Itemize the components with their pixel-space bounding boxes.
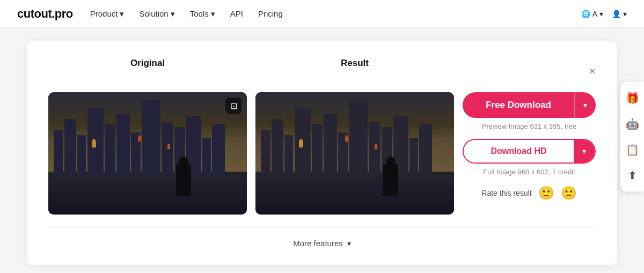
gift-button[interactable]: 🎁 [620,86,644,110]
floating-sidebar: 🎁 🤖 📋 ⬆ [620,82,644,191]
result-label: Result [255,58,454,69]
product-chevron-icon: ▾ [120,9,124,19]
rate-section: Rate this result 🙂 🙁 [463,187,596,200]
nav-tools[interactable]: Tools ▾ [190,9,215,19]
full-image-info: Full Image 960 x 602, 1 credit [463,168,596,176]
comparison-body: ⊡ [48,92,596,215]
nav-api[interactable]: API [230,9,243,18]
result-ground-bg [255,175,454,215]
nav-right: 🌐 A ▾ 👤 ▾ [581,10,627,18]
result-buildings [255,129,454,178]
ground-bg [48,175,247,215]
download-hd-chevron-icon: ▾ [582,147,586,156]
user-icon: 👤 [612,10,621,18]
thumbs-down-icon[interactable]: 🙁 [561,187,577,200]
more-features-chevron-icon: ▾ [347,239,351,248]
language-icon: 🌐 [581,10,590,18]
thumbs-up-icon[interactable]: 🙂 [538,187,554,200]
language-chevron-icon: ▾ [599,10,603,18]
download-hd-button[interactable]: Download HD [464,140,574,163]
close-button[interactable]: × [589,65,596,77]
nav-links: Product ▾ Solution ▾ Tools ▾ API Pricing [90,9,564,19]
main-content: Original Result × [0,28,644,273]
result-fire-3 [375,144,377,149]
more-features-label: More features [293,239,343,248]
user-chevron-icon: ▾ [623,10,627,18]
language-switcher[interactable]: 🌐 A ▾ [581,10,603,18]
tools-chevron-icon: ▾ [211,9,215,19]
avatar-icon: 🤖 [626,117,639,130]
alert-button[interactable]: 📋 [620,138,644,161]
download-hd-dropdown-button[interactable]: ▾ [574,140,595,163]
result-panel: Free Download ▾ Preview Image 631 x 395,… [463,92,596,200]
result-scene [255,92,454,215]
crop-icon[interactable]: ⊡ [225,98,241,114]
preview-info: Preview Image 631 x 395, free [463,122,596,130]
figure [176,164,191,196]
result-image [255,92,454,215]
free-download-button-group: Free Download ▾ [463,92,596,118]
free-download-chevron-icon: ▾ [583,101,587,109]
rate-label: Rate this result [481,189,531,197]
alert-icon: 📋 [626,143,639,156]
nav-solution[interactable]: Solution ▾ [139,9,174,19]
original-scene [48,92,247,215]
upload-button[interactable]: ⬆ [620,164,644,187]
avatar-button[interactable]: 🤖 [620,112,644,136]
result-figure [383,164,398,196]
solution-chevron-icon: ▾ [171,9,175,19]
gift-icon: 🎁 [626,92,639,105]
buildings [48,129,247,178]
user-menu[interactable]: 👤 ▾ [612,10,627,18]
free-download-dropdown-button[interactable]: ▾ [574,92,596,118]
original-image: ⊡ [48,92,247,215]
fire-2 [138,135,141,142]
download-hd-button-group: Download HD ▾ [463,139,596,164]
original-label: Original [48,58,247,69]
fire-3 [167,144,170,149]
nav-pricing[interactable]: Pricing [258,9,283,18]
navbar: cutout.pro Product ▾ Solution ▾ Tools ▾ … [0,0,644,28]
nav-product[interactable]: Product ▾ [90,9,125,19]
upload-icon: ⬆ [628,169,637,182]
result-fire-2 [345,135,348,142]
more-features-bar[interactable]: More features ▾ [48,227,596,248]
result-card: Original Result × [27,41,617,265]
logo[interactable]: cutout.pro [17,7,73,21]
free-download-button[interactable]: Free Download [463,92,574,118]
